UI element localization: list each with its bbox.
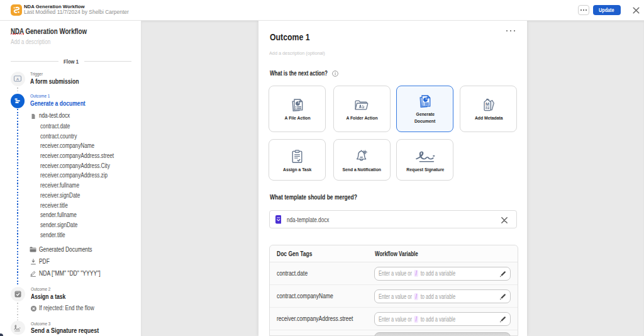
svg-text:M: M bbox=[486, 101, 489, 106]
svg-text:A: A bbox=[16, 77, 19, 81]
